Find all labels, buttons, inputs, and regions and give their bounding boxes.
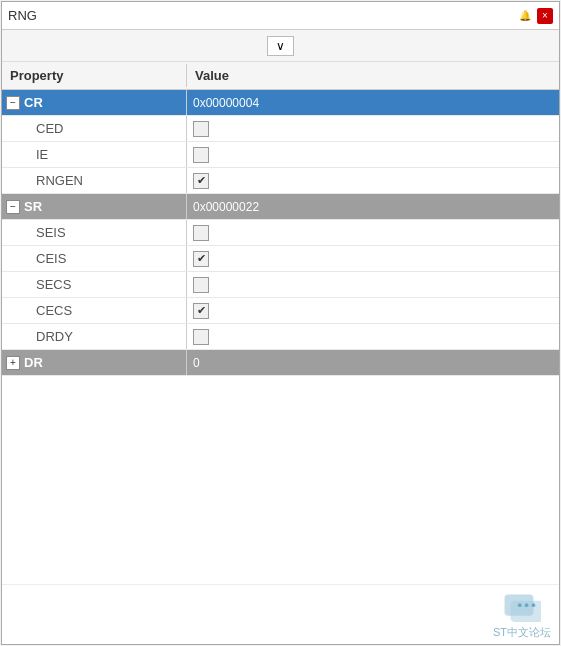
value-SR: 0x00000022 bbox=[193, 200, 259, 214]
checkbox-CEIS[interactable] bbox=[193, 251, 209, 267]
row-CEIS[interactable]: CEIS bbox=[2, 246, 559, 272]
prop-cell-SEIS: SEIS bbox=[2, 220, 187, 245]
row-CR[interactable]: − CR 0x00000004 bbox=[2, 90, 559, 116]
label-SEIS: SEIS bbox=[36, 225, 66, 240]
dropdown-button[interactable]: ∨ bbox=[267, 36, 294, 56]
row-SEIS[interactable]: SEIS bbox=[2, 220, 559, 246]
close-icon: × bbox=[542, 10, 548, 21]
footer-area: ST中文论坛 bbox=[2, 584, 559, 644]
val-cell-CED bbox=[187, 116, 559, 141]
val-cell-DR: 0 bbox=[187, 350, 559, 375]
row-SECS[interactable]: SECS bbox=[2, 272, 559, 298]
label-CR: CR bbox=[24, 95, 43, 110]
expand-SR-icon[interactable]: − bbox=[6, 200, 20, 214]
label-DR: DR bbox=[24, 355, 43, 370]
pin-icon: 🔔 bbox=[519, 10, 531, 21]
checkbox-DRDY[interactable] bbox=[193, 329, 209, 345]
title-bar: RNG 🔔 × bbox=[2, 2, 559, 30]
table-header: Property Value bbox=[2, 62, 559, 90]
prop-cell-SECS: SECS bbox=[2, 272, 187, 297]
close-button[interactable]: × bbox=[537, 8, 553, 24]
pin-button[interactable]: 🔔 bbox=[517, 8, 533, 24]
expand-DR-icon[interactable]: + bbox=[6, 356, 20, 370]
row-DRDY[interactable]: DRDY bbox=[2, 324, 559, 350]
checkbox-RNGEN[interactable] bbox=[193, 173, 209, 189]
col-header-property: Property bbox=[2, 64, 187, 87]
row-DR[interactable]: + DR 0 bbox=[2, 350, 559, 376]
row-CED[interactable]: CED bbox=[2, 116, 559, 142]
toolbar: ∨ bbox=[2, 30, 559, 62]
row-CECS[interactable]: CECS bbox=[2, 298, 559, 324]
prop-cell-RNGEN: RNGEN bbox=[2, 168, 187, 193]
row-IE[interactable]: IE bbox=[2, 142, 559, 168]
label-CED: CED bbox=[36, 121, 63, 136]
val-cell-IE bbox=[187, 142, 559, 167]
checkbox-CED[interactable] bbox=[193, 121, 209, 137]
label-IE: IE bbox=[36, 147, 48, 162]
row-RNGEN[interactable]: RNGEN bbox=[2, 168, 559, 194]
label-CEIS: CEIS bbox=[36, 251, 66, 266]
svg-point-2 bbox=[518, 603, 522, 607]
val-cell-SEIS bbox=[187, 220, 559, 245]
checkbox-CECS[interactable] bbox=[193, 303, 209, 319]
val-cell-CR: 0x00000004 bbox=[187, 90, 559, 115]
table-body: − CR 0x00000004 CED bbox=[2, 90, 559, 584]
svg-point-4 bbox=[531, 603, 535, 607]
checkbox-SECS[interactable] bbox=[193, 277, 209, 293]
prop-cell-IE: IE bbox=[2, 142, 187, 167]
chat-icon bbox=[503, 593, 541, 625]
dropdown-arrow-icon: ∨ bbox=[276, 39, 285, 53]
checkbox-SEIS[interactable] bbox=[193, 225, 209, 241]
prop-cell-DR: + DR bbox=[2, 350, 187, 375]
col-header-value: Value bbox=[187, 64, 559, 87]
prop-cell-CECS: CECS bbox=[2, 298, 187, 323]
label-DRDY: DRDY bbox=[36, 329, 73, 344]
val-cell-SR: 0x00000022 bbox=[187, 194, 559, 219]
label-CECS: CECS bbox=[36, 303, 72, 318]
val-cell-SECS bbox=[187, 272, 559, 297]
value-CR: 0x00000004 bbox=[193, 96, 259, 110]
row-SR[interactable]: − SR 0x00000022 bbox=[2, 194, 559, 220]
prop-cell-SR: − SR bbox=[2, 194, 187, 219]
val-cell-DRDY bbox=[187, 324, 559, 349]
val-cell-RNGEN bbox=[187, 168, 559, 193]
expand-CR-icon[interactable]: − bbox=[6, 96, 20, 110]
label-SR: SR bbox=[24, 199, 42, 214]
checkbox-IE[interactable] bbox=[193, 147, 209, 163]
label-RNGEN: RNGEN bbox=[36, 173, 83, 188]
watermark: ST中文论坛 bbox=[493, 593, 551, 640]
val-cell-CECS bbox=[187, 298, 559, 323]
label-SECS: SECS bbox=[36, 277, 71, 292]
window-title: RNG bbox=[8, 8, 37, 23]
prop-cell-CR: − CR bbox=[2, 90, 187, 115]
value-DR: 0 bbox=[193, 356, 200, 370]
prop-cell-CEIS: CEIS bbox=[2, 246, 187, 271]
watermark-text: ST中文论坛 bbox=[493, 625, 551, 640]
prop-cell-DRDY: DRDY bbox=[2, 324, 187, 349]
val-cell-CEIS bbox=[187, 246, 559, 271]
content-area: Property Value − CR 0x00000004 CED bbox=[2, 62, 559, 584]
prop-cell-CED: CED bbox=[2, 116, 187, 141]
title-controls: 🔔 × bbox=[517, 8, 553, 24]
main-window: RNG 🔔 × ∨ Property Value − bbox=[1, 1, 560, 645]
svg-point-3 bbox=[525, 603, 529, 607]
